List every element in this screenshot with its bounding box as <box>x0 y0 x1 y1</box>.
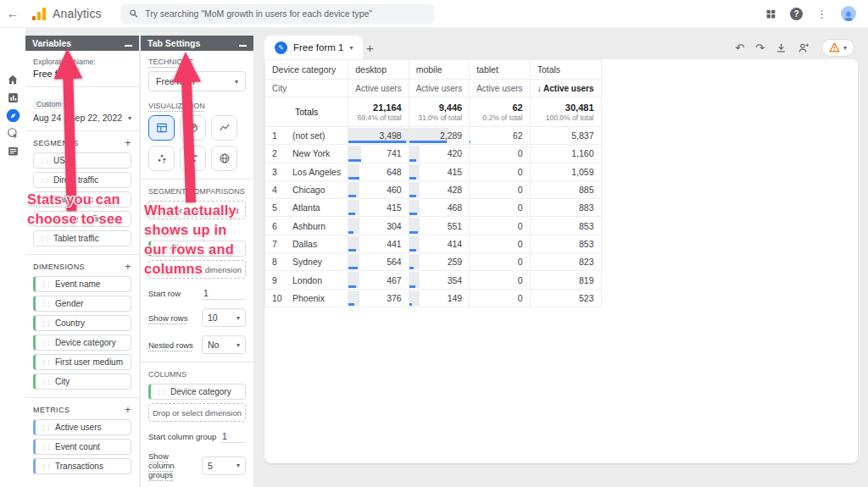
show-rows-select[interactable]: 10 ▾ <box>202 308 246 327</box>
apps-grid-icon[interactable] <box>765 8 776 19</box>
viz-table-icon[interactable] <box>148 115 175 141</box>
chip-label: Tablet traffic <box>53 234 99 243</box>
redo-icon[interactable]: ↷ <box>755 42 765 54</box>
start-column-group-label: Start column group <box>148 432 216 441</box>
add-dimension-icon[interactable]: + <box>125 263 131 271</box>
add-metric-icon[interactable]: + <box>125 406 131 414</box>
row-total-cell: 883 <box>530 199 601 217</box>
drag-handle-icon: ⋮⋮ <box>39 235 49 242</box>
annotation-text-variables: Stats you can choose to see <box>27 190 123 229</box>
column-header-mobile[interactable]: mobile <box>409 60 469 80</box>
nested-rows-select[interactable]: No ▾ <box>202 335 246 354</box>
table-row: 9London4673540819 <box>265 271 602 289</box>
chip-country[interactable]: ⋮⋮Country <box>33 315 131 331</box>
add-tab-button[interactable]: + <box>366 41 374 55</box>
sampling-warning-button[interactable]: ▾ <box>821 39 854 57</box>
row-total-cell: 885 <box>530 180 601 198</box>
analytics-logo-icon[interactable] <box>32 8 46 20</box>
chip-device-category[interactable]: ⋮⋮Device category <box>33 335 131 351</box>
exploration-toolbar: ↶ ↷ ▾ <box>735 37 854 58</box>
metric-header[interactable]: Active users <box>348 80 409 97</box>
drag-handle-icon: ⋮⋮ <box>41 340 51 346</box>
account-avatar[interactable] <box>841 6 856 21</box>
row-total-cell: 823 <box>530 253 601 271</box>
metric-header-sorted[interactable]: ↓ Active users <box>530 80 601 97</box>
metric-cell: 149 <box>409 289 469 307</box>
drag-handle-icon: ⋮⋮ <box>41 301 51 307</box>
metric-cell: 0 <box>470 235 530 252</box>
chip-device-category[interactable]: ⋮⋮Device category <box>148 384 246 400</box>
chip-city[interactable]: ⋮⋮City <box>33 374 131 390</box>
row-total-cell: 5,837 <box>530 127 601 145</box>
show-column-groups-select[interactable]: 5 ▾ <box>202 457 246 475</box>
chip-event-count[interactable]: ⋮⋮Event count <box>33 439 131 455</box>
chip-label: First user medium <box>55 357 123 367</box>
viz-scatter-plot-icon[interactable] <box>148 146 175 171</box>
metric-cell: 2,289 <box>409 127 469 145</box>
viz-line-chart-icon[interactable] <box>211 115 237 141</box>
table-row: 5Atlanta4154680883 <box>265 199 602 217</box>
home-icon[interactable] <box>5 72 20 87</box>
chip-transactions[interactable]: ⋮⋮Transactions <box>33 458 131 474</box>
drag-handle-icon: ⋮⋮ <box>41 281 51 288</box>
drag-handle-icon: ⋮⋮ <box>39 177 49 184</box>
reports-icon[interactable] <box>5 90 20 105</box>
metric-header[interactable]: Active users <box>470 80 530 97</box>
start-row-input[interactable]: 1 <box>202 287 246 300</box>
library-icon[interactable] <box>5 143 20 158</box>
share-user-icon[interactable] <box>798 42 810 53</box>
search-bar[interactable] <box>120 4 434 24</box>
drag-handle-icon: ⋮⋮ <box>39 158 49 164</box>
metric-header[interactable]: Active users <box>409 80 469 97</box>
show-rows-label: Show rows <box>148 313 187 323</box>
start-row-label: Start row <box>148 289 181 298</box>
chip-label: Gender <box>55 299 83 308</box>
table-row: 10Phoenix3761490523 <box>265 289 602 307</box>
explore-icon-active[interactable] <box>5 108 20 123</box>
row-total-cell: 523 <box>530 289 601 307</box>
viz-geo-map-icon[interactable] <box>211 146 237 171</box>
column-header-device-category: Device category <box>265 60 348 80</box>
help-icon[interactable]: ? <box>790 8 803 20</box>
chevron-down-icon: ▾ <box>128 114 131 122</box>
metric-cell: 648 <box>348 163 409 180</box>
minimize-icon[interactable] <box>239 45 247 47</box>
tab-settings-panel-header: Tab Settings <box>141 36 253 51</box>
more-menu-icon[interactable]: ⋮ <box>816 8 827 20</box>
columns-dimension-dropzone[interactable]: Drop or select dimension <box>148 403 246 422</box>
metric-cell: 259 <box>409 253 469 271</box>
chip-gender[interactable]: ⋮⋮Gender <box>33 296 131 312</box>
metric-cell: 441 <box>348 235 409 252</box>
chip-tablet-traffic[interactable]: ⋮⋮Tablet traffic <box>33 230 131 246</box>
chip-first-user-medium[interactable]: ⋮⋮First user medium <box>33 354 131 370</box>
column-header-tablet[interactable]: tablet <box>470 60 530 80</box>
table-row: 7Dallas4414140853 <box>265 235 602 252</box>
metric-cell: 0 <box>470 199 530 217</box>
dimensions-label: DIMENSIONS <box>33 263 85 271</box>
annotation-arrow-variables <box>51 48 87 212</box>
row-dimension-cell: 5Atlanta <box>265 199 348 217</box>
table-row: 2New York74142001,160 <box>265 145 602 163</box>
chip-active-users[interactable]: ⋮⋮Active users <box>33 419 131 435</box>
row-dimension-cell: 10Phoenix <box>265 289 348 307</box>
download-icon[interactable] <box>776 42 787 53</box>
metric-cell: 551 <box>409 217 469 235</box>
undo-icon[interactable]: ↶ <box>735 42 744 54</box>
advertising-icon[interactable] <box>5 125 20 141</box>
tab-label: Free form 1 <box>293 42 343 53</box>
column-header-totals[interactable]: Totals <box>530 60 601 80</box>
tab-free-form-1[interactable]: ✎ Free form 1 ▾ <box>264 36 363 59</box>
row-dimension-cell: 3Los Angeles <box>265 163 348 180</box>
metric-cell: 460 <box>348 180 409 198</box>
back-icon[interactable]: ← <box>0 7 25 20</box>
search-input[interactable] <box>145 8 426 19</box>
free-form-table-card: Device categorydesktopmobiletabletTotals… <box>264 59 858 463</box>
row-dimension-cell: 2New York <box>265 145 348 163</box>
metric-cell: 415 <box>348 199 409 217</box>
chip-event-name[interactable]: ⋮⋮Event name <box>33 276 131 292</box>
column-header-desktop[interactable]: desktop <box>348 60 409 80</box>
free-form-table: Device categorydesktopmobiletabletTotals… <box>264 59 602 307</box>
start-column-group-input[interactable]: 1 <box>220 430 246 443</box>
minimize-icon[interactable] <box>125 45 132 47</box>
add-segment-icon[interactable]: + <box>125 139 131 147</box>
